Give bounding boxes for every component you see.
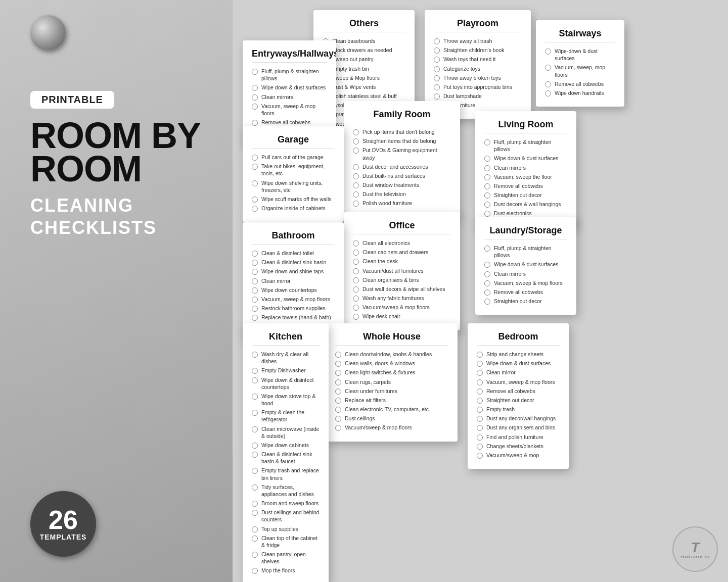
checkbox-circle[interactable] <box>252 85 258 91</box>
checkbox-circle[interactable] <box>252 315 258 321</box>
checkbox-circle[interactable] <box>252 278 258 284</box>
checkbox-circle[interactable] <box>335 398 341 404</box>
checkbox-circle[interactable] <box>484 299 490 305</box>
checkbox-circle[interactable] <box>477 416 483 422</box>
checkbox-circle[interactable] <box>484 183 490 189</box>
checkbox-circle[interactable] <box>252 536 258 542</box>
checkbox-circle[interactable] <box>353 305 359 311</box>
checkbox-circle[interactable] <box>335 379 341 385</box>
list-item: Vacuum, sweep, mop floors <box>545 64 615 78</box>
checkbox-circle[interactable] <box>545 90 551 96</box>
checkbox-circle[interactable] <box>252 94 258 101</box>
checkbox-circle[interactable] <box>353 296 359 302</box>
checkbox-circle[interactable] <box>434 93 440 100</box>
checkbox-circle[interactable] <box>252 206 258 212</box>
checkbox-circle[interactable] <box>353 268 359 274</box>
checkbox-circle[interactable] <box>477 407 483 413</box>
checkbox-circle[interactable] <box>252 297 258 303</box>
checkbox-circle[interactable] <box>484 192 490 199</box>
checkbox-circle[interactable] <box>484 202 490 208</box>
checkbox-circle[interactable] <box>252 352 258 358</box>
checkbox-circle[interactable] <box>252 197 258 203</box>
checkbox-circle[interactable] <box>477 425 483 431</box>
item-text: Organize inside of cabinets <box>261 205 326 212</box>
checkbox-circle[interactable] <box>477 352 483 358</box>
checkbox-circle[interactable] <box>335 352 341 358</box>
checkbox-circle[interactable] <box>252 568 258 574</box>
checkbox-circle[interactable] <box>477 389 483 395</box>
checkbox-circle[interactable] <box>353 148 359 154</box>
checkbox-circle[interactable] <box>335 370 341 376</box>
checkbox-circle[interactable] <box>353 286 359 293</box>
checkbox-circle[interactable] <box>252 164 258 170</box>
checkbox-circle[interactable] <box>335 389 341 395</box>
checkbox-circle[interactable] <box>353 314 359 320</box>
checkbox-circle[interactable] <box>252 394 258 400</box>
checkbox-circle[interactable] <box>477 370 483 376</box>
checkbox-circle[interactable] <box>353 182 359 188</box>
checkbox-circle[interactable] <box>545 65 551 71</box>
checkbox-circle[interactable] <box>434 84 440 90</box>
checkbox-circle[interactable] <box>353 250 359 256</box>
checkbox-circle[interactable] <box>252 526 258 532</box>
checkbox-circle[interactable] <box>484 271 490 277</box>
checkbox-circle[interactable] <box>434 47 440 54</box>
checkbox-circle[interactable] <box>252 180 258 186</box>
checkbox-circle[interactable] <box>335 425 341 431</box>
checkbox-circle[interactable] <box>252 155 258 161</box>
checkbox-circle[interactable] <box>252 377 258 383</box>
checkbox-circle[interactable] <box>484 174 490 180</box>
checkbox-circle[interactable] <box>545 48 551 55</box>
checkbox-circle[interactable] <box>252 426 258 432</box>
checkbox-circle[interactable] <box>252 468 258 474</box>
checkbox-circle[interactable] <box>484 156 490 162</box>
checkbox-circle[interactable] <box>484 280 490 286</box>
checkbox-circle[interactable] <box>353 277 359 283</box>
checkbox-circle[interactable] <box>353 201 359 207</box>
checkbox-circle[interactable] <box>252 452 258 458</box>
checkbox-circle[interactable] <box>545 81 551 87</box>
checkbox-circle[interactable] <box>434 66 440 72</box>
checkbox-circle[interactable] <box>353 259 359 265</box>
checkbox-circle[interactable] <box>252 552 258 558</box>
checkbox-circle[interactable] <box>484 139 490 146</box>
checkbox-circle[interactable] <box>434 75 440 81</box>
checkbox-circle[interactable] <box>353 138 359 144</box>
checkbox-circle[interactable] <box>477 379 483 385</box>
checkbox-circle[interactable] <box>335 416 341 422</box>
list-item: Straighten items that do belong <box>353 137 451 144</box>
checkbox-circle[interactable] <box>252 368 258 374</box>
checkbox-circle[interactable] <box>353 129 359 135</box>
checkbox-circle[interactable] <box>252 306 258 312</box>
checkbox-circle[interactable] <box>484 211 490 217</box>
checkbox-circle[interactable] <box>477 453 483 459</box>
checkbox-circle[interactable] <box>484 246 490 252</box>
checkbox-circle[interactable] <box>252 69 258 75</box>
checkbox-circle[interactable] <box>434 38 440 44</box>
checkbox-circle[interactable] <box>484 289 490 296</box>
checkbox-circle[interactable] <box>252 260 258 266</box>
checkbox-circle[interactable] <box>252 287 258 294</box>
checkbox-circle[interactable] <box>252 484 258 491</box>
checkbox-circle[interactable] <box>252 104 258 110</box>
checkbox-circle[interactable] <box>484 165 490 171</box>
checkbox-circle[interactable] <box>353 191 359 198</box>
checkbox-circle[interactable] <box>252 501 258 507</box>
checkbox-circle[interactable] <box>484 262 490 268</box>
checkbox-circle[interactable] <box>252 410 258 416</box>
checkbox-circle[interactable] <box>353 173 359 179</box>
checkbox-circle[interactable] <box>477 361 483 367</box>
checkbox-circle[interactable] <box>252 120 258 126</box>
checkbox-circle[interactable] <box>252 251 258 257</box>
checkbox-circle[interactable] <box>477 444 483 450</box>
checkbox-circle[interactable] <box>335 361 341 367</box>
checkbox-circle[interactable] <box>477 434 483 441</box>
checkbox-circle[interactable] <box>353 164 359 170</box>
checkbox-circle[interactable] <box>252 269 258 275</box>
checkbox-circle[interactable] <box>353 240 359 247</box>
checkbox-circle[interactable] <box>434 57 440 63</box>
checkbox-circle[interactable] <box>335 407 341 413</box>
checkbox-circle[interactable] <box>252 510 258 516</box>
checkbox-circle[interactable] <box>477 398 483 404</box>
checkbox-circle[interactable] <box>252 443 258 449</box>
